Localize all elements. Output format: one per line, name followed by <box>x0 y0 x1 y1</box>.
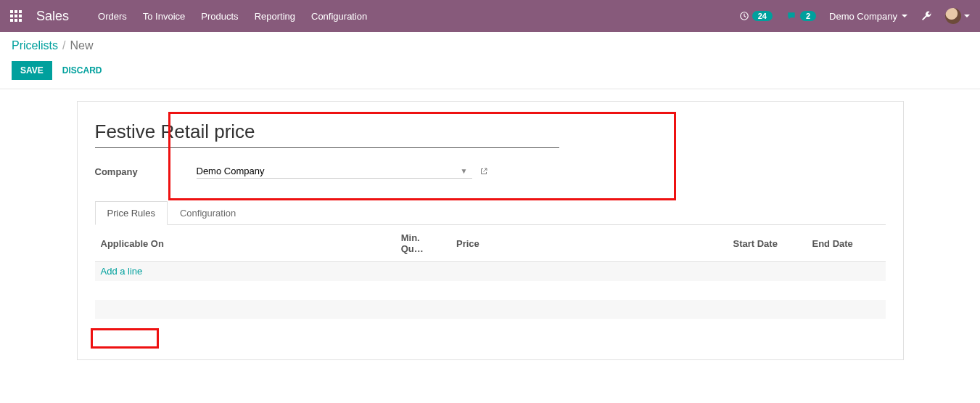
col-min-qty[interactable]: Min. Qu… <box>395 225 450 262</box>
app-brand[interactable]: Sales <box>36 9 69 24</box>
nav-item-reporting[interactable]: Reporting <box>255 11 295 22</box>
table-row <box>95 300 886 319</box>
tab-configuration[interactable]: Configuration <box>168 201 248 225</box>
dropdown-caret-icon[interactable]: ▼ <box>456 167 472 175</box>
activities-button[interactable]: 24 <box>739 11 773 21</box>
breadcrumb: Pricelists / New <box>12 39 968 52</box>
messages-badge: 2 <box>800 11 816 21</box>
user-avatar <box>945 8 961 24</box>
breadcrumb-current: New <box>70 39 93 52</box>
activities-badge: 24 <box>752 11 773 21</box>
tab-price-rules[interactable]: Price Rules <box>95 201 168 225</box>
chevron-down-icon <box>964 15 970 17</box>
developer-tools-button[interactable] <box>921 10 932 22</box>
col-start-date[interactable]: Start Date <box>727 225 806 262</box>
clock-icon <box>739 11 749 21</box>
apps-icon[interactable] <box>10 10 23 22</box>
notebook-tabs: Price Rules Configuration <box>95 200 886 225</box>
col-price[interactable]: Price <box>450 225 728 262</box>
table-row <box>95 319 886 338</box>
breadcrumb-parent[interactable]: Pricelists <box>12 39 58 52</box>
company-field-input[interactable] <box>197 164 456 178</box>
nav-menu: Orders To Invoice Products Reporting Con… <box>98 11 367 22</box>
form-sheet: Company ▼ Price Rules Configuration Appl… <box>77 101 904 360</box>
save-button[interactable]: SAVE <box>12 61 52 80</box>
nav-item-products[interactable]: Products <box>201 11 238 22</box>
breadcrumb-separator: / <box>62 39 65 52</box>
company-switcher[interactable]: Demo Company <box>829 11 907 22</box>
chat-icon <box>786 11 797 21</box>
discard-button[interactable]: DISCARD <box>62 65 102 76</box>
wrench-icon <box>921 10 932 22</box>
user-menu[interactable] <box>945 8 970 24</box>
nav-item-orders[interactable]: Orders <box>98 11 127 22</box>
pricelist-name-input[interactable] <box>95 119 559 148</box>
table-row: Add a line <box>95 262 886 281</box>
company-name: Demo Company <box>829 11 897 22</box>
nav-item-to-invoice[interactable]: To Invoice <box>143 11 186 22</box>
external-link-icon[interactable] <box>479 167 488 176</box>
messages-button[interactable]: 2 <box>786 11 816 21</box>
add-a-line-link[interactable]: Add a line <box>101 266 143 277</box>
chevron-down-icon <box>902 15 907 17</box>
control-panel: Pricelists / New SAVE DISCARD <box>0 32 980 89</box>
price-rules-table: Applicable On Min. Qu… Price Start Date … <box>95 225 886 338</box>
company-field-label: Company <box>95 166 197 177</box>
col-applicable-on[interactable]: Applicable On <box>95 225 395 262</box>
table-row <box>95 281 886 300</box>
nav-item-configuration[interactable]: Configuration <box>311 11 367 22</box>
col-end-date[interactable]: End Date <box>806 225 885 262</box>
top-navbar: Sales Orders To Invoice Products Reporti… <box>0 0 980 32</box>
